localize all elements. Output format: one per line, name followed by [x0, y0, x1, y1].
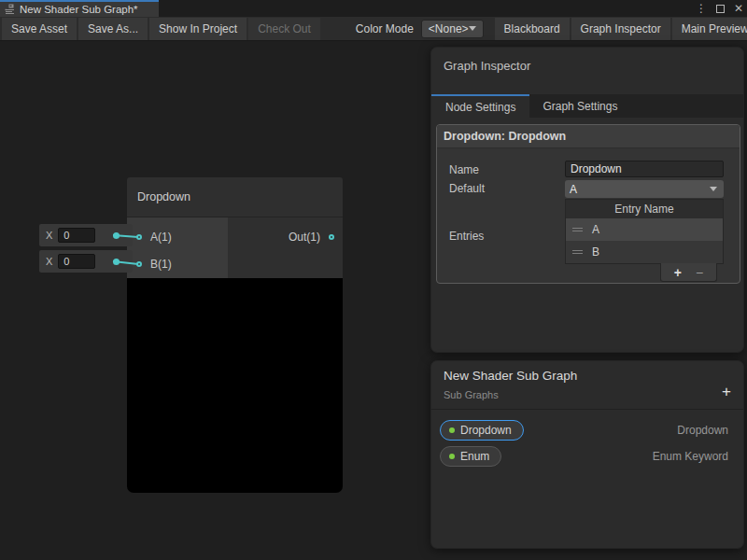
window-controls: ⋮ ✕	[696, 0, 743, 17]
default-value-widget-a: X 0	[39, 224, 133, 246]
property-pill-enum[interactable]: Enum	[440, 446, 501, 467]
node-preview	[127, 278, 343, 493]
default-value-widget-b: X 0	[39, 250, 133, 273]
inspector-tabbar: Node Settings Graph Settings	[431, 94, 743, 118]
axis-label: X	[46, 256, 52, 267]
blackboard-title: New Shader Sub Graph	[444, 369, 577, 383]
port-circle-icon[interactable]	[136, 261, 142, 267]
entry-row-b[interactable]: B	[566, 241, 723, 263]
entries-column-header: Entry Name	[566, 200, 723, 218]
name-label: Name	[449, 163, 479, 176]
connector-dot-icon	[113, 232, 120, 239]
panel-title: Graph Inspector	[444, 59, 530, 73]
chevron-down-icon	[710, 187, 717, 191]
color-mode-value: <None>	[429, 22, 469, 35]
output-port-out[interactable]: Out(1)	[289, 231, 334, 244]
add-property-button[interactable]: +	[722, 384, 731, 399]
default-label: Default	[449, 182, 485, 195]
blackboard-panel: New Shader Sub Graph Sub Graphs + Dropdo…	[430, 360, 744, 549]
tab-node-settings[interactable]: Node Settings	[431, 94, 529, 118]
shader-graph-icon	[5, 4, 16, 15]
tab-title: New Shader Sub Graph*	[20, 4, 138, 15]
dropdown-node[interactable]: Dropdown A(1) B(1) Out(1)	[127, 177, 343, 493]
close-icon[interactable]: ✕	[734, 0, 743, 17]
input-port-a[interactable]: A(1)	[136, 231, 172, 244]
maximize-icon[interactable]	[716, 5, 725, 13]
main-preview-toggle-button[interactable]: Main Preview	[672, 18, 747, 40]
check-out-button: Check Out	[248, 18, 320, 40]
graph-inspector-panel: Graph Inspector Node Settings Graph Sett…	[430, 47, 744, 353]
color-mode-dropdown[interactable]: <None>	[421, 20, 484, 38]
section-title: Dropdown: Dropdown	[437, 125, 740, 148]
node-settings-section: Dropdown: Dropdown Name Dropdown Default…	[436, 124, 740, 284]
save-as-button[interactable]: Save As...	[78, 18, 148, 40]
input-port-b[interactable]: B(1)	[136, 258, 172, 271]
window-menu-icon[interactable]: ⋮	[696, 0, 707, 17]
add-entry-button[interactable]: +	[674, 266, 682, 279]
property-row-dropdown: Dropdown Dropdown	[440, 419, 728, 441]
show-in-project-button[interactable]: Show In Project	[149, 18, 247, 40]
port-circle-icon[interactable]	[136, 234, 142, 240]
document-tab[interactable]: New Shader Sub Graph*	[0, 0, 159, 17]
entries-label: Entries	[449, 230, 484, 243]
default-dropdown-value: A	[570, 183, 577, 196]
blackboard-toggle-button[interactable]: Blackboard	[495, 18, 570, 40]
toolbar-right-group: Blackboard Graph Inspector Main Preview	[493, 18, 747, 40]
drag-handle-icon[interactable]	[572, 228, 583, 231]
chevron-down-icon	[469, 26, 476, 31]
name-input[interactable]: Dropdown	[565, 161, 724, 177]
entries-list-footer: + −	[660, 263, 717, 282]
color-mode-label: Color Mode	[356, 22, 414, 35]
drag-handle-icon[interactable]	[572, 250, 583, 254]
port-circle-icon[interactable]	[329, 234, 334, 240]
divider	[431, 409, 743, 410]
entry-row-a[interactable]: A	[566, 218, 723, 241]
connector-dot-icon	[113, 259, 120, 265]
shader-graph-window: New Shader Sub Graph* ⋮ ✕ Save Asset Sav…	[0, 0, 747, 560]
node-port-area: A(1) B(1) Out(1)	[127, 217, 343, 278]
value-field[interactable]: 0	[58, 228, 95, 243]
blackboard-subtitle: Sub Graphs	[444, 389, 499, 400]
default-dropdown[interactable]: A	[565, 180, 724, 198]
property-type-label: Enum Keyword	[653, 450, 728, 463]
window-titlebar: New Shader Sub Graph* ⋮ ✕	[0, 0, 747, 17]
node-title[interactable]: Dropdown	[127, 177, 343, 217]
exposed-dot-icon	[449, 427, 455, 433]
remove-entry-button[interactable]: −	[696, 266, 703, 279]
axis-label: X	[46, 230, 52, 241]
tab-graph-settings[interactable]: Graph Settings	[529, 94, 630, 118]
graph-toolbar: Save Asset Save As... Show In Project Ch…	[0, 17, 747, 41]
property-pill-dropdown[interactable]: Dropdown	[440, 420, 524, 441]
property-row-enum: Enum Enum Keyword	[440, 445, 728, 468]
property-type-label: Dropdown	[677, 424, 728, 437]
exposed-dot-icon	[449, 454, 455, 459]
entries-list: Entry Name A B	[565, 199, 724, 264]
save-asset-button[interactable]: Save Asset	[2, 18, 77, 40]
graph-inspector-toggle-button[interactable]: Graph Inspector	[571, 18, 670, 40]
value-field[interactable]: 0	[58, 254, 95, 269]
